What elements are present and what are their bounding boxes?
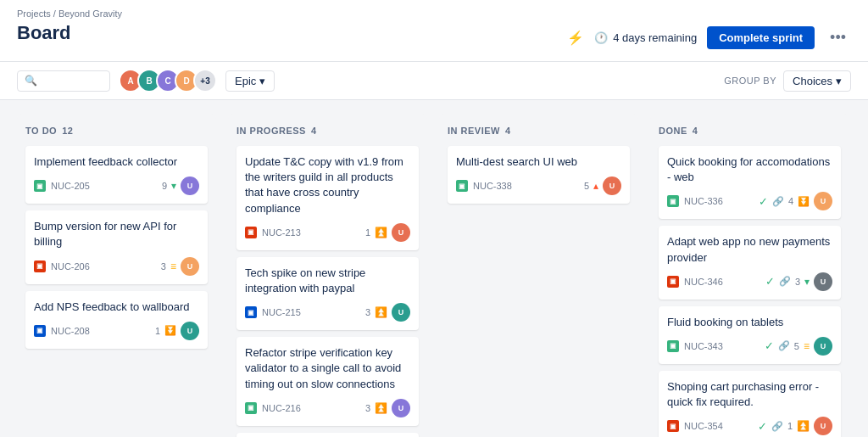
card-title: Refactor stripe verification key validat… — [245, 345, 410, 392]
meta-num: 3 — [365, 307, 370, 317]
card[interactable]: Multi-dest search UI web ▣ NUC-338 5 ▴ U — [448, 146, 630, 204]
card-avatar: U — [181, 176, 199, 195]
priority-double-down-icon: ⏬ — [798, 196, 810, 207]
card-badge: ▣ — [667, 340, 679, 352]
card-id-label: NUC-343 — [684, 341, 723, 351]
card-title: Add NPS feedback to wallboard — [34, 300, 199, 315]
chevron-down-icon: ▾ — [259, 75, 265, 87]
card-badge: ▣ — [667, 195, 679, 207]
check-icon: ✓ — [758, 420, 767, 433]
card[interactable]: Add NPS feedback to wallboard ▣ NUC-208 … — [25, 291, 208, 349]
card-id-label: NUC-338 — [473, 181, 512, 191]
card-id-label: NUC-213 — [262, 227, 301, 238]
sprint-remaining: 4 days remaining — [613, 31, 697, 44]
card-id-label: NUC-336 — [684, 196, 723, 206]
meta-num: 1 — [365, 227, 370, 238]
card-avatar: U — [392, 303, 410, 322]
link-icon: 🔗 — [772, 196, 784, 207]
epic-filter-button[interactable]: Epic ▾ — [225, 70, 275, 92]
column-count: 4 — [311, 126, 317, 136]
card[interactable]: Bump version for new API for billing ▣ N… — [25, 210, 208, 283]
toolbar: 🔍 A B C D +3 Epic ▾ GROUP BY Choices ▾ — [0, 62, 868, 100]
card-title: Bump version for new API for billing — [34, 219, 199, 249]
chevron-down-icon: ▾ — [836, 75, 842, 87]
card[interactable]: Fluid booking on tablets ▣ NUC-343 ✓ 🔗 5… — [659, 306, 841, 364]
priority-double-up-icon: ⏫ — [797, 420, 810, 432]
link-icon: 🔗 — [778, 340, 790, 351]
card-avatar: U — [181, 322, 199, 340]
card-badge: ▣ — [245, 402, 257, 414]
group-by-label: GROUP BY — [724, 76, 776, 86]
priority-chevron-down-icon: ▾ — [171, 180, 176, 192]
card-avatar: U — [814, 192, 832, 210]
check-icon: ✓ — [765, 275, 775, 288]
card-title: Multi-dest search UI web — [456, 154, 621, 170]
card-title: Quick booking for accomodations - web — [667, 154, 832, 185]
card-id-label: NUC-208 — [51, 326, 90, 336]
meta-num: 3 — [795, 277, 800, 287]
card-avatar: U — [603, 176, 621, 195]
choices-dropdown-button[interactable]: Choices ▾ — [783, 70, 851, 92]
column-title: IN REVIEW — [448, 126, 500, 136]
card[interactable]: Adapt web app no new payments provider ▣… — [659, 226, 841, 299]
card[interactable]: Update T&C copy with v1.9 from the write… — [236, 146, 419, 250]
card-avatar: U — [392, 223, 410, 242]
card-id-label: NUC-206 — [51, 261, 90, 272]
column-header-inprogress: IN PROGRESS 4 — [236, 122, 419, 139]
choices-label: Choices — [793, 75, 832, 87]
card[interactable]: Shoping cart purchasing error - quick fi… — [659, 371, 841, 437]
page-title: Board — [17, 22, 71, 53]
card-title: Update T&C copy with v1.9 from the write… — [245, 154, 410, 216]
meta-num: 9 — [162, 181, 167, 191]
column-todo: TO DO 12 Implement feedback collector ▣ … — [17, 114, 216, 437]
card-badge: ▣ — [667, 276, 679, 288]
card[interactable]: Quick booking for accomodations - web ▣ … — [659, 146, 841, 219]
column-title: IN PROGRESS — [236, 126, 306, 136]
column-inreview: IN REVIEW 4 Multi-dest search UI web ▣ N… — [439, 114, 638, 437]
card-badge: ▣ — [456, 180, 468, 192]
column-header-todo: TO DO 12 — [25, 122, 208, 139]
link-icon: 🔗 — [779, 276, 791, 287]
card[interactable]: Tech spike on new stripe integration wit… — [236, 257, 419, 330]
clock-icon: 🕐 — [594, 31, 608, 44]
priority-double-down-icon: ⏬ — [164, 325, 176, 336]
card-id-label: NUC-215 — [262, 307, 301, 317]
more-options-button[interactable]: ••• — [825, 27, 851, 48]
column-header-inreview: IN REVIEW 4 — [448, 122, 630, 139]
check-icon: ✓ — [759, 195, 768, 208]
meta-num: 1 — [787, 421, 793, 431]
card[interactable]: Implement feedback collector ▣ NUC-205 9… — [25, 146, 208, 204]
flash-icon: ⚡ — [567, 30, 584, 46]
search-box[interactable]: 🔍 — [17, 70, 110, 92]
card-title: Implement feedback collector — [34, 154, 199, 170]
card-title: Fluid booking on tablets — [667, 315, 832, 330]
search-icon: 🔍 — [25, 75, 37, 87]
card-avatar: U — [181, 257, 199, 276]
column-done: DONE 4 Quick booking for accomodations -… — [650, 114, 849, 437]
priority-double-up-icon: ⏫ — [375, 306, 387, 318]
card-title: Tech spike on new stripe integration wit… — [245, 266, 410, 296]
card-title: Adapt web app no new payments provider — [667, 234, 832, 265]
board-container: TO DO 12 Implement feedback collector ▣ … — [0, 100, 868, 437]
card-badge: ▣ — [34, 180, 46, 192]
avatar-extra-count: +3 — [193, 69, 217, 92]
meta-num: 4 — [788, 196, 793, 206]
priority-equals-icon: ≡ — [170, 261, 176, 272]
column-count: 12 — [62, 126, 73, 136]
priority-double-up-icon: ⏫ — [375, 227, 387, 238]
meta-num: 3 — [161, 261, 166, 272]
complete-sprint-button[interactable]: Complete sprint — [707, 26, 815, 49]
card[interactable]: Refactor stripe verification key validat… — [236, 337, 419, 426]
card-avatar: U — [814, 417, 832, 435]
search-input[interactable] — [37, 75, 105, 87]
card-id-label: NUC-354 — [684, 421, 723, 431]
avatar-group: A B C D +3 — [119, 69, 217, 92]
meta-num: 5 — [794, 341, 799, 351]
card[interactable]: Change phone number field type to 'phone… — [236, 433, 419, 437]
link-icon: 🔗 — [771, 421, 783, 432]
card-id-label: NUC-205 — [51, 181, 90, 191]
column-header-done: DONE 4 — [659, 122, 841, 139]
card-badge: ▣ — [245, 227, 257, 238]
app-header: Projects / Beyond Gravity Board ⚡ 🕐 4 da… — [0, 0, 868, 62]
check-icon: ✓ — [765, 339, 774, 352]
